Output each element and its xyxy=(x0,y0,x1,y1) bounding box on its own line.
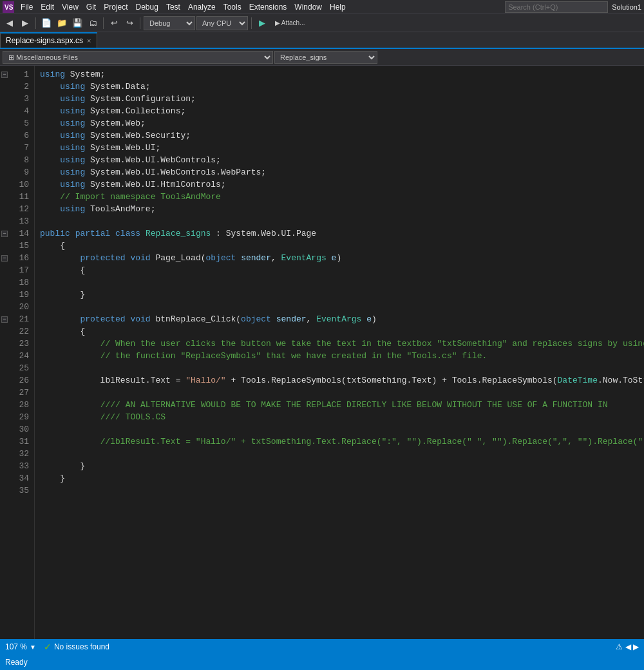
fold-16[interactable]: − xyxy=(1,255,8,262)
search-input[interactable] xyxy=(505,1,608,13)
code-line-12: using ToolsAndMore; xyxy=(40,203,644,215)
code-line-8: using System.Web.UI.WebControls; xyxy=(40,154,644,166)
menu-window[interactable]: Window xyxy=(290,0,326,14)
code-line-33: } xyxy=(40,460,644,472)
toolbar-back[interactable]: ◀ xyxy=(3,16,17,30)
toolbar-undo[interactable]: ↩ xyxy=(107,16,121,30)
code-line-31: //lblResult.Text = "Hallo/" + txtSomethi… xyxy=(40,436,644,448)
menu-bar: VS File Edit View Git Project Debug Test… xyxy=(0,0,644,14)
tab-close-icon[interactable]: × xyxy=(87,37,91,44)
solution-label: Solution1 xyxy=(612,3,641,11)
ready-label: Ready xyxy=(5,658,28,667)
menu-git[interactable]: Git xyxy=(82,0,100,14)
menu-view[interactable]: View xyxy=(58,0,82,14)
code-line-30 xyxy=(40,423,644,436)
code-line-2: using System.Data; xyxy=(40,81,644,93)
toolbar-saveall[interactable]: 🗂 xyxy=(86,16,100,30)
code-line-32 xyxy=(40,448,644,460)
fold-margin: − − − − xyxy=(0,66,9,639)
code-line-21: protected void btnReplace_Click(object s… xyxy=(40,313,644,325)
line-numbers: 1 2 3 4 5 6 7 8 9 10 11 12 13 14 15 16 1… xyxy=(9,66,35,639)
code-line-11: // Import namespace ToolsAndMore xyxy=(40,191,644,203)
toolbar-platform-dropdown[interactable]: Any CPU xyxy=(196,16,248,30)
toolbar-sep1 xyxy=(35,17,36,29)
menu-help[interactable]: Help xyxy=(326,0,350,14)
menu-extensions[interactable]: Extensions xyxy=(245,0,291,14)
nav-arrows[interactable]: ◀ ▶ xyxy=(625,642,639,651)
code-line-10: using System.Web.UI.HtmlControls; xyxy=(40,178,644,191)
menu-test[interactable]: Test xyxy=(162,0,184,14)
menu-debug[interactable]: Debug xyxy=(132,0,162,14)
code-line-35 xyxy=(40,484,644,497)
code-line-29: //// TOOLS.CS xyxy=(40,411,644,423)
zoom-level[interactable]: 107 % ▼ xyxy=(5,642,36,651)
svg-text:VS: VS xyxy=(5,4,14,11)
menu-edit[interactable]: Edit xyxy=(37,0,58,14)
code-line-4: using System.Collections; xyxy=(40,105,644,117)
toolbar-new[interactable]: 📄 xyxy=(39,16,53,30)
code-line-23: // When the user clicks the button we ta… xyxy=(40,338,644,350)
nav-bar: ⊞ Miscellaneous Files Replace_signs xyxy=(0,49,644,66)
code-line-28: //// AN ALTERNATIVE WOULD BE TO MAKE THE… xyxy=(40,399,644,411)
menu-tools[interactable]: Tools xyxy=(220,0,245,14)
code-line-22: { xyxy=(40,325,644,338)
code-line-20 xyxy=(40,301,644,313)
toolbar-open[interactable]: 📁 xyxy=(55,16,69,30)
code-line-9: using System.Web.UI.WebControls.WebParts… xyxy=(40,166,644,178)
menu-file[interactable]: File xyxy=(17,0,37,14)
tab-filename: Replace-signs.aspx.cs xyxy=(6,36,83,45)
menu-analyze[interactable]: Analyze xyxy=(184,0,220,14)
code-line-27 xyxy=(40,387,644,399)
code-line-5: using System.Web; xyxy=(40,117,644,129)
issues-status: ✓ No issues found xyxy=(44,642,109,652)
fold-1[interactable]: − xyxy=(1,72,8,78)
toolbar-sep4 xyxy=(251,17,252,29)
code-line-16: protected void Page_Load(object sender, … xyxy=(40,252,644,264)
nav-file-dropdown[interactable]: ⊞ Miscellaneous Files xyxy=(3,51,273,64)
code-line-17: { xyxy=(40,264,644,276)
code-line-14: public partial class Replace_signs : Sys… xyxy=(40,227,644,240)
code-line-24: // the function "ReplaceSymbols" that we… xyxy=(40,350,644,362)
warnings-icon: ⚠ xyxy=(616,642,623,651)
toolbar-save[interactable]: 💾 xyxy=(70,16,84,30)
code-line-25 xyxy=(40,362,644,374)
code-line-3: using System.Configuration; xyxy=(40,93,644,105)
menu-project[interactable]: Project xyxy=(100,0,131,14)
tab-replace-signs[interactable]: Replace-signs.aspx.cs × xyxy=(0,32,97,48)
code-line-34: } xyxy=(40,472,644,484)
vs-logo: VS xyxy=(3,1,14,13)
editor: − − − − 1 2 3 xyxy=(0,66,644,639)
toolbar-config-dropdown[interactable]: Debug xyxy=(144,16,195,30)
code-line-1: using System; xyxy=(40,68,644,81)
nav-member-dropdown[interactable]: Replace_signs xyxy=(274,51,377,64)
code-line-19: } xyxy=(40,289,644,301)
toolbar: ◀ ▶ 📄 📁 💾 🗂 ↩ ↪ Debug Any CPU ▶ ▶ Attach… xyxy=(0,14,644,32)
fold-21[interactable]: − xyxy=(1,316,8,323)
code-line-18 xyxy=(40,276,644,289)
code-area[interactable]: using System; using System.Data; using S… xyxy=(35,66,644,639)
code-line-7: using System.Web.UI; xyxy=(40,142,644,154)
toolbar-sep3 xyxy=(140,17,140,29)
ready-bar: Ready xyxy=(0,655,644,670)
code-line-15: { xyxy=(40,240,644,252)
code-line-13 xyxy=(40,215,644,227)
fold-14[interactable]: − xyxy=(1,231,8,237)
tab-bar: Replace-signs.aspx.cs × xyxy=(0,32,644,49)
toolbar-sep2 xyxy=(103,17,104,29)
code-line-6: using System.Web.Security; xyxy=(40,129,644,142)
code-line-26: lblResult.Text = "Hallo/" + Tools.Replac… xyxy=(40,374,644,387)
toolbar-run[interactable]: ▶ xyxy=(255,16,269,30)
toolbar-attach[interactable]: ▶ Attach... xyxy=(270,16,309,30)
toolbar-forward[interactable]: ▶ xyxy=(18,16,32,30)
toolbar-redo[interactable]: ↪ xyxy=(122,16,137,30)
status-bar: 107 % ▼ ✓ No issues found ⚠ ◀ ▶ xyxy=(0,639,644,655)
